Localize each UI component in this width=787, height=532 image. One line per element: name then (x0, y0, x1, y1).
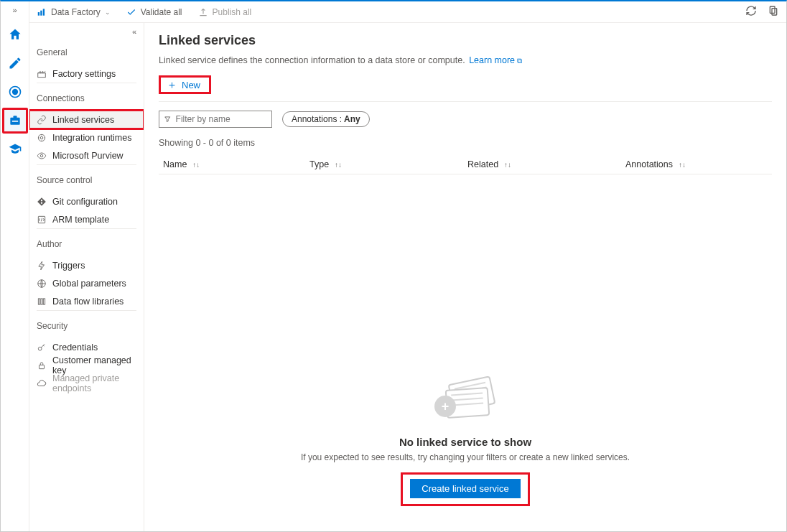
svg-rect-3 (13, 116, 17, 118)
sidebar-item-arm[interactable]: ARM template (29, 210, 144, 228)
col-related[interactable]: Related↑↓ (467, 159, 625, 169)
chevron-down-icon: ⌄ (105, 9, 111, 16)
sidebar-item-cmk[interactable]: Customer managed key (29, 356, 144, 374)
section-source-control: Source control (37, 172, 136, 190)
sidebar-item-label: Integration runtimes (52, 133, 131, 143)
empty-state: + No linked service to show If you expec… (159, 375, 772, 506)
rail-author-icon[interactable] (2, 50, 28, 76)
sidebar-item-label: Linked services (52, 115, 114, 125)
result-count: Showing 0 - 0 of 0 items (159, 138, 772, 148)
rail-home-icon[interactable] (2, 22, 28, 47)
sidebar-item-credentials[interactable]: Credentials (29, 338, 144, 356)
publish-label: Publish all (213, 7, 252, 17)
sidebar-item-factory-settings[interactable]: Factory settings (29, 65, 144, 83)
key-icon (37, 342, 47, 353)
section-general: General (37, 45, 136, 62)
rail-monitor-icon[interactable] (2, 79, 28, 105)
sidebar-item-integration-runtimes[interactable]: Integration runtimes (29, 129, 144, 146)
section-connections: Connections (37, 90, 136, 108)
empty-title: No linked service to show (159, 436, 772, 448)
new-label: New (182, 80, 200, 90)
sidebar-item-label: Customer managed key (52, 355, 136, 375)
sidebar-item-label: Factory settings (52, 69, 116, 79)
globe-icon (37, 279, 47, 289)
eye-icon (37, 151, 47, 161)
sidebar-item-mpe: Managed private endpoints (29, 374, 144, 392)
col-type[interactable]: Type↑↓ (309, 159, 467, 169)
sort-icon: ↑↓ (335, 161, 342, 169)
validate-all-button[interactable]: Validate all (126, 7, 182, 17)
sidebar-item-label: Credentials (52, 342, 98, 353)
filter-input[interactable] (159, 111, 272, 128)
page-description: Linked service defines the connection in… (159, 55, 772, 65)
sidebar-item-purview[interactable]: Microsoft Purview (29, 146, 144, 164)
annotations-filter[interactable]: Annotations : Any (282, 111, 370, 127)
svg-rect-16 (38, 298, 39, 304)
empty-subtitle: If you expected to see results, try chan… (159, 452, 772, 462)
svg-point-19 (38, 347, 42, 350)
check-icon (126, 7, 136, 17)
upload-icon (198, 7, 208, 17)
create-linked-service-button[interactable]: Create linked service (410, 479, 520, 498)
sort-icon: ↑↓ (679, 161, 686, 169)
empty-illustration: + (433, 375, 498, 426)
svg-point-13 (40, 154, 43, 157)
sidebar-item-label: Triggers (52, 261, 85, 271)
svg-rect-10 (38, 73, 46, 77)
data-factory-icon (37, 7, 47, 17)
col-annotations[interactable]: Annotations↑↓ (625, 159, 726, 169)
filter-icon (164, 115, 172, 123)
workspace-name: Data Factory (51, 7, 101, 17)
rail-manage-icon[interactable] (2, 108, 28, 134)
link-icon (37, 115, 47, 125)
sidebar-item-label: Global parameters (52, 279, 126, 289)
svg-rect-4 (11, 121, 17, 122)
filter-field[interactable] (176, 114, 267, 124)
runtime-icon (37, 133, 47, 143)
svg-rect-8 (770, 6, 775, 13)
manage-sidebar: « General Factory settings Connections L… (29, 23, 144, 531)
topbar-right (737, 5, 779, 19)
svg-rect-6 (40, 10, 42, 15)
sidebar-item-triggers[interactable]: Triggers (29, 256, 144, 274)
feedback-icon[interactable] (768, 5, 779, 17)
bolt-icon (37, 261, 47, 271)
svg-rect-17 (41, 298, 42, 304)
main-content: Linked services Linked service defines t… (144, 23, 786, 531)
col-name[interactable]: Name↑↓ (159, 159, 309, 169)
workspace-selector[interactable]: Data Factory ⌄ (37, 7, 111, 17)
top-bar: Data Factory ⌄ Validate all Publish all (29, 1, 786, 23)
svg-rect-9 (772, 9, 777, 15)
external-link-icon: ⧉ (517, 57, 522, 65)
sidebar-item-dataflow-libs[interactable]: Data flow libraries (29, 292, 144, 310)
svg-rect-5 (38, 12, 39, 16)
collapse-sidebar-icon[interactable]: « (29, 26, 144, 40)
lock-icon (37, 360, 47, 370)
section-security: Security (37, 318, 136, 335)
learn-more-link[interactable]: Learn more⧉ (469, 55, 522, 65)
svg-rect-7 (43, 9, 45, 15)
svg-point-11 (40, 136, 43, 139)
factory-icon (37, 69, 47, 79)
svg-rect-18 (43, 298, 45, 304)
cloud-icon (37, 378, 47, 388)
library-icon (37, 297, 47, 307)
rail-learn-icon[interactable] (2, 136, 28, 162)
page-title: Linked services (159, 33, 772, 48)
new-button[interactable]: ＋ New (159, 75, 211, 94)
sidebar-item-label: Data flow libraries (52, 297, 124, 307)
left-rail: » (1, 1, 29, 531)
table-header: Name↑↓ Type↑↓ Related↑↓ Annotations↑↓ (159, 155, 772, 174)
svg-point-1 (12, 90, 17, 95)
expand-rail-icon[interactable]: » (12, 4, 17, 20)
git-icon (37, 197, 47, 207)
sidebar-item-git[interactable]: Git configuration (29, 192, 144, 210)
sidebar-item-label: Managed private endpoints (52, 373, 136, 393)
sort-icon: ↑↓ (504, 161, 511, 169)
publish-all-button: Publish all (198, 7, 252, 17)
svg-point-12 (38, 134, 45, 141)
sidebar-item-global-params[interactable]: Global parameters (29, 274, 144, 292)
refresh-icon[interactable] (745, 5, 757, 17)
sidebar-item-label: ARM template (52, 215, 109, 225)
sidebar-item-linked-services[interactable]: Linked services (29, 111, 144, 129)
